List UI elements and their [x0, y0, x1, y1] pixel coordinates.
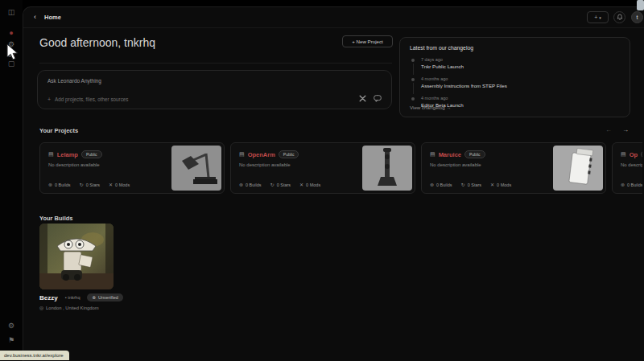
page-header: ‹ Home +▾ t	[23, 7, 644, 28]
project-description: No description available	[239, 162, 362, 167]
feedback-icon[interactable]: ⚑	[0, 336, 23, 344]
builds-section-title: Your Builds	[39, 215, 73, 222]
ask-input[interactable]: Ask Leonardo Anything	[47, 78, 101, 84]
project-name: Op	[630, 151, 638, 158]
builds-count: 0 Builds	[436, 183, 452, 187]
project-card-openarm[interactable]: ▤ OpenArm Public No description availabl…	[230, 142, 415, 194]
timeline-line	[413, 83, 414, 94]
visibility-badge: Public	[81, 150, 102, 158]
divider	[39, 63, 392, 64]
chat-icon[interactable]	[374, 95, 382, 102]
project-thumbnail-lamp	[171, 146, 221, 191]
location-icon: ◎	[39, 306, 43, 310]
page-title: Home	[44, 14, 61, 21]
build-name[interactable]: Bezzy	[39, 294, 58, 302]
projects-section-title: Your Projects	[39, 127, 78, 134]
project-name: Maruice	[439, 151, 461, 158]
timeline-line	[413, 64, 414, 75]
stars-count: 0 Stars	[468, 183, 481, 187]
project-description: No description available	[48, 162, 171, 167]
carousel-next-icon[interactable]: →	[622, 126, 629, 133]
project-name: Lelamp	[57, 151, 78, 158]
notifications-button[interactable]	[613, 11, 625, 23]
project-icon: ▤	[48, 151, 54, 158]
quick-create-button[interactable]: +▾	[587, 11, 609, 23]
unverified-icon: ⊗	[92, 295, 96, 300]
stars-count: 0 Stars	[86, 183, 100, 187]
avatar[interactable]: t	[631, 11, 643, 23]
project-card-lelamp[interactable]: ▤ Lelamp Public No description available…	[39, 142, 225, 194]
left-sidebar: ◫ ● ⚙ ▣ ▢ ⚙ ⚑	[0, 0, 23, 361]
stars-count: 0 Stars	[277, 183, 291, 187]
build-card-image[interactable]	[39, 224, 114, 289]
plus-icon: +	[594, 14, 597, 20]
timeline-dot-icon	[411, 59, 415, 62]
project-thumbnail-arm	[362, 146, 412, 191]
add-source-icon[interactable]: +	[47, 96, 51, 102]
link-preview-tooltip: dev.business.tnkr.ai/explore	[0, 351, 69, 360]
stars-icon: ↻	[80, 182, 84, 187]
project-icon: ▤	[621, 151, 626, 158]
builds-count: 0 Builds	[246, 183, 262, 187]
view-changelog-link[interactable]: View changelog →	[410, 105, 451, 110]
changelog-time: 7 days ago	[421, 57, 621, 62]
caret-down-icon: ▾	[599, 15, 601, 20]
builds-count: 0 Builds	[627, 183, 642, 187]
changelog-time: 4 months ago	[421, 96, 621, 101]
builds-icon: ⊛	[430, 182, 434, 187]
sidebar-toggle-icon[interactable]: ◫	[0, 8, 23, 16]
project-card-maruice[interactable]: ▤ Maruice Public No description availabl…	[421, 142, 606, 194]
timeline-dot-icon	[411, 97, 415, 101]
greeting-title: Good afternoon, tnkrhq	[39, 36, 155, 49]
bell-icon	[617, 14, 623, 21]
mods-icon: ✕	[299, 182, 303, 187]
mods-count: 0 Mods	[306, 183, 320, 187]
scrollbar-thumb[interactable]	[637, 0, 644, 10]
settings-icon[interactable]: ⚙	[0, 40, 23, 48]
verification-badge: ⊗ Unverified	[87, 293, 122, 302]
projects-row: ▤ Lelamp Public No description available…	[39, 142, 642, 197]
visibility-badge: Public	[641, 150, 642, 158]
avatar-initial: t	[637, 14, 638, 20]
library-icon[interactable]: ▣	[0, 50, 23, 58]
carousel-prev-icon[interactable]: ←	[605, 126, 612, 133]
changelog-entry-title: Assembly Instructions from STEP Files	[421, 83, 621, 88]
verification-label: Unverified	[98, 295, 118, 300]
changelog-panel: Latest from our changelog 7 days ago Tnk…	[399, 37, 630, 117]
stars-icon: ↻	[461, 182, 465, 187]
tools-icon[interactable]	[359, 95, 366, 102]
owner-bullet: •	[65, 295, 67, 300]
project-icon: ▤	[430, 151, 436, 158]
mods-count: 0 Mods	[115, 183, 130, 187]
add-sources-label[interactable]: Add projects, files, other sources	[55, 96, 128, 102]
stars-icon: ↻	[270, 182, 275, 187]
gear-icon[interactable]: ⚙	[0, 322, 23, 330]
parts-icon[interactable]: ▢	[0, 59, 23, 68]
builds-icon: ⊛	[239, 182, 243, 187]
changelog-item[interactable]: 7 days ago Tnkr Public Launch	[411, 57, 621, 69]
builds-count: 0 Builds	[55, 183, 71, 187]
mods-icon: ✕	[490, 182, 494, 187]
build-owner[interactable]: tnkrhq	[68, 295, 80, 300]
build-location: London , United Kingdom	[46, 306, 98, 310]
mods-count: 0 Mods	[497, 183, 511, 187]
project-icon: ▤	[239, 151, 245, 158]
new-project-button[interactable]: + New Project	[342, 35, 393, 47]
builds-icon: ⊛	[621, 182, 625, 187]
changelog-entry-title: Tnkr Public Launch	[421, 64, 621, 69]
main-content: ‹ Home +▾ t Good afternoon, tnkrhq + New…	[23, 6, 644, 361]
project-card-partial[interactable]: ▤ Op Public No description available ⊛0 …	[612, 142, 642, 194]
changelog-time: 4 months ago	[421, 76, 621, 81]
mods-icon: ✕	[109, 182, 113, 187]
builds-icon: ⊛	[48, 182, 52, 187]
project-description: No description available	[621, 162, 642, 167]
visibility-badge: Public	[464, 150, 485, 158]
visibility-badge: Public	[279, 150, 299, 158]
project-thumbnail-device	[553, 146, 603, 191]
back-icon[interactable]: ‹	[34, 13, 36, 21]
project-description: No description available	[430, 162, 553, 167]
logo-icon[interactable]: ●	[0, 29, 23, 37]
ask-panel[interactable]: Ask Leonardo Anything + Add projects, fi…	[37, 70, 392, 109]
changelog-title: Latest from our changelog	[410, 45, 473, 51]
changelog-item[interactable]: 4 months ago Assembly Instructions from …	[411, 76, 621, 88]
